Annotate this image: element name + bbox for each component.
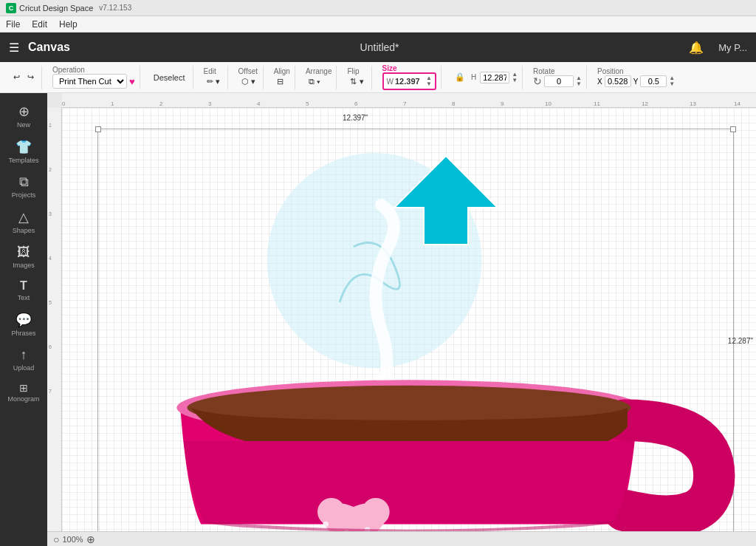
text-icon: T [20,279,27,293]
phrases-icon: 💬 [16,312,32,328]
arrange-section: Arrange ⧉ ▾ [306,67,332,88]
templates-icon: 👕 [16,139,32,155]
y-input[interactable] [640,75,667,87]
flip-label: Flip [347,67,359,75]
size-label: Size [382,64,397,72]
deselect-section: Deselect [151,72,188,83]
zoom-minus[interactable]: ○ [53,533,59,545]
offset-section: Offset ⬡ ▾ [238,67,258,88]
images-icon: 🖼 [17,245,30,260]
menu-file[interactable]: File [6,19,20,30]
sidebar-item-images[interactable]: 🖼 Images [3,240,44,273]
sidebar-item-templates[interactable]: 👕 Templates [3,134,44,168]
ruler-v3: 3 [49,211,52,216]
operation-section: Operation Print Then Cut ♥ [52,66,135,89]
sidebar-item-new[interactable]: ⊕ New [3,99,44,133]
edit-section: Edit ✏ ▾ [204,67,223,88]
lock-icon[interactable]: 🔒 [455,72,465,82]
position-group: Position X Y ▲ ▼ [593,66,679,89]
ruler-3: 3 [208,100,211,107]
notification-bell[interactable]: 🔔 [689,41,704,55]
svg-point-3 [317,498,346,526]
svg-marker-8 [394,156,498,245]
y-label: Y [633,78,639,86]
redo-button[interactable]: ↪ [24,71,37,83]
ruler-v6: 6 [49,344,52,349]
rotate-spinners[interactable]: ▲ ▼ [576,75,582,87]
operation-group: Operation Print Then Cut ♥ [48,66,140,89]
sidebar-item-shapes[interactable]: △ Shapes [3,205,44,239]
offset-button[interactable]: ⬡ ▾ [238,75,258,88]
deselect-button[interactable]: Deselect [151,72,188,83]
sidebar-item-phrases[interactable]: 💬 Phrases [3,307,44,341]
ruler-7: 7 [403,100,406,107]
height-box-wrapper: H ▲ ▼ [471,72,518,83]
new-icon: ⊕ [18,103,30,120]
ruler-0: 0 [62,100,65,107]
width-input[interactable] [395,77,426,86]
rotate-icon: ↻ [533,75,542,87]
heart-icon: ♥ [129,76,135,87]
align-label: Align [274,67,290,75]
lock-group: 🔒 H ▲ ▼ [447,66,523,89]
sidebar-item-monogram[interactable]: ⊞ Monogram [3,378,44,407]
canvas-content: 12.397" 12.287" [62,108,756,531]
ruler-v1: 1 [49,123,52,128]
upload-icon: ↑ [21,347,27,363]
canvas-label: Canvas [28,41,70,54]
width-spinners[interactable]: ▲ ▼ [426,75,432,87]
edit-button[interactable]: ✏ ▾ [204,75,223,88]
canvas-area[interactable]: 0 1 2 3 4 5 6 7 8 9 10 11 12 13 14 1 2 3… [47,93,756,546]
ruler-12: 12 [642,100,648,107]
ruler-4: 4 [257,100,260,107]
menu-edit[interactable]: Edit [32,19,47,30]
zoom-plus[interactable]: ⊕ [86,533,95,545]
document-title: Untitled* [79,41,680,53]
my-profile[interactable]: My P... [718,42,747,53]
sidebar-item-upload[interactable]: ↑ Upload [3,343,44,376]
hamburger-menu[interactable]: ☰ [9,41,19,55]
logo-icon: C [6,3,16,13]
height-label: H [471,73,476,81]
rotate-input[interactable] [544,75,574,87]
position-spinners[interactable]: ▲ ▼ [669,75,675,87]
projects-icon: ⧉ [19,174,29,190]
ruler-5: 5 [306,100,309,107]
size-group: Size W ▲ ▼ [378,66,441,89]
operation-label: Operation [52,66,85,74]
sidebar-templates-label: Templates [8,157,38,164]
ruler-14: 14 [734,100,740,107]
menu-help[interactable]: Help [59,19,78,30]
shapes-icon: △ [18,209,29,225]
ruler-9: 9 [501,100,504,107]
bottom-bar: ○ 100% ⊕ [47,531,756,546]
position-label: Position [597,67,624,75]
rotate-label: Rotate [533,67,554,75]
size-section: Size W ▲ ▼ [382,64,436,90]
arrange-button[interactable]: ⧉ ▾ [306,75,323,88]
svg-point-5 [323,522,329,528]
rotate-group: Rotate ↻ ▲ ▼ [529,66,587,89]
arrange-group: Arrange ⧉ ▾ [301,66,337,89]
height-spinners[interactable]: ▲ ▼ [512,72,518,83]
undo-button[interactable]: ↩ [10,71,23,83]
operation-select[interactable]: Print Then Cut [52,74,127,89]
main-layout: ⊕ New 👕 Templates ⧉ Projects △ Shapes 🖼 … [0,93,756,546]
flip-button[interactable]: ⇅ ▾ [347,75,366,88]
height-input[interactable] [480,72,509,83]
zoom-control: ○ 100% ⊕ [53,533,95,545]
rotate-section: Rotate ↻ ▲ ▼ [533,67,582,87]
flip-group: Flip ⇅ ▾ [343,66,371,89]
flip-section: Flip ⇅ ▾ [347,67,366,88]
menu-bar: File Edit Help [0,16,756,33]
x-input[interactable] [605,75,631,87]
sidebar: ⊕ New 👕 Templates ⧉ Projects △ Shapes 🖼 … [0,93,47,546]
svg-point-4 [362,498,390,526]
sidebar-item-projects[interactable]: ⧉ Projects [3,170,44,203]
deselect-group: Deselect [146,66,193,89]
arrange-label: Arrange [306,67,332,75]
monogram-icon: ⊞ [19,382,28,394]
x-label: X [597,78,602,86]
align-button[interactable]: ⊟ [274,75,286,88]
sidebar-item-text[interactable]: T Text [3,275,44,306]
